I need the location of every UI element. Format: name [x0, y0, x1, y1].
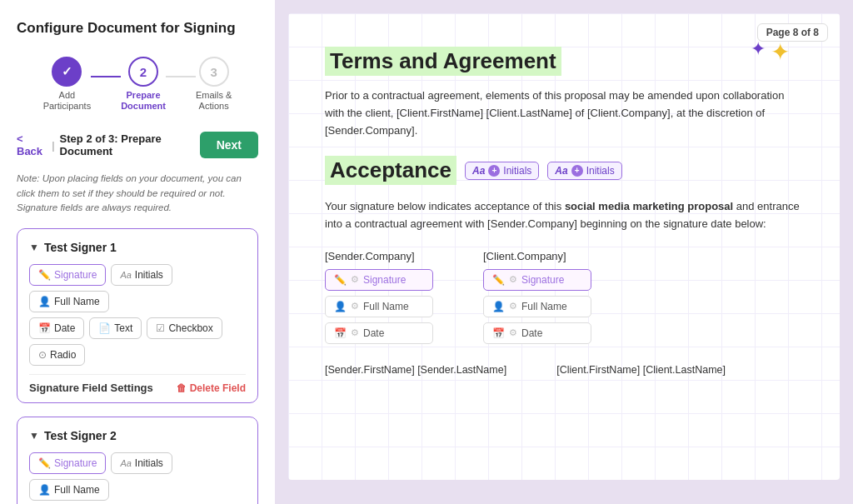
note-text: Note: Upon placing fields on your docume…: [17, 172, 258, 215]
signer-2-section: ▼ Test Signer 2 ✏️ Signature Aa Initials…: [17, 417, 258, 504]
signer-1-fields-row2: 📅 Date 📄 Text ☑ Checkbox: [29, 317, 246, 339]
step-label: Step 2 of 3: Prepare Document: [60, 132, 195, 157]
bottom-names: [Sender.FirstName] [Sender.LastName] [Cl…: [325, 364, 803, 376]
sidebar-title: Configure Document for Signing: [17, 20, 258, 37]
delete-field-button[interactable]: 🗑 Delete Field: [177, 382, 246, 394]
client-column: [Client.Company] ✏️ ⚙ Signature 👤 ⚙ Full…: [483, 250, 591, 344]
signer-1-chevron[interactable]: ▼: [29, 242, 39, 253]
step-line-1: [91, 76, 121, 77]
signer-1-cb-label: Checkbox: [168, 322, 212, 334]
step-1-label: AddParticipants: [43, 90, 91, 112]
initials-tag-1[interactable]: Aa + Initials: [465, 162, 539, 180]
gear-icon-sender-date: ⚙: [351, 327, 359, 338]
sender-column: [Sender.Company] ✏️ ⚙ Signature 👤 ⚙ Full…: [325, 250, 433, 344]
signer-2-signature-btn[interactable]: ✏️ Signature: [29, 452, 106, 474]
terms-title: Terms and Agreement: [325, 47, 561, 76]
nav-row: < Back | Step 2 of 3: Prepare Document N…: [17, 132, 258, 158]
trash-icon: 🗑: [177, 382, 187, 394]
step-2: 2 PrepareDocument: [121, 57, 166, 112]
acceptance-para-prefix: Your signature below indicates acceptanc…: [325, 200, 565, 212]
person-icon: 👤: [38, 296, 51, 307]
signer-2-header: ▼ Test Signer 2: [29, 429, 246, 442]
pencil-icon-client: ✏️: [492, 274, 505, 286]
client-date-field[interactable]: 📅 ⚙ Date: [483, 322, 591, 344]
person-icon-sender: 👤: [334, 301, 347, 312]
text-icon: 📄: [98, 322, 111, 334]
sender-name-label: [Sender.FirstName] [Sender.LastName]: [325, 364, 506, 376]
radio-icon: ⊙: [38, 349, 47, 361]
stepper: ✓ AddParticipants 2 PrepareDocument 3 Em…: [17, 57, 258, 112]
initials-tag-1-label: Initials: [503, 165, 531, 177]
gear-icon-client: ⚙: [509, 274, 517, 285]
signer-2-initials-btn[interactable]: Aa Initials: [111, 452, 172, 474]
content-area: Page 8 of 8 ✦ ✦ Terms and Agreement Prio…: [275, 0, 853, 504]
sender-signature-field[interactable]: ✏️ ⚙ Signature: [325, 269, 433, 291]
step-3-label: Emails &Actions: [196, 90, 232, 112]
document-page: Page 8 of 8 ✦ ✦ Terms and Agreement Prio…: [288, 13, 840, 480]
step-3-circle: 3: [199, 57, 229, 87]
two-col: [Sender.Company] ✏️ ⚙ Signature 👤 ⚙ Full…: [325, 250, 803, 344]
signer-1-initials-btn[interactable]: Aa Initials: [111, 264, 172, 286]
signer-1-radio-btn[interactable]: ⊙ Radio: [29, 344, 85, 366]
client-signature-field[interactable]: ✏️ ⚙ Signature: [483, 269, 591, 291]
field-settings-row: Signature Field Settings 🗑 Delete Field: [29, 374, 246, 394]
pencil-icon-sender: ✏️: [334, 274, 347, 286]
client-name-label: [Client.FirstName] [Client.LastName]: [556, 364, 726, 376]
signer-1-fn-label: Full Name: [54, 296, 100, 307]
initials-tag-2[interactable]: Aa + Initials: [547, 162, 621, 180]
initials-tag-2-label: Initials: [586, 165, 615, 177]
step-line-2: [166, 76, 196, 77]
sender-date-label: Date: [363, 327, 384, 339]
signer-2-chevron[interactable]: ▼: [29, 430, 39, 442]
calendar-icon-client: 📅: [492, 327, 505, 339]
checkbox-icon: ☑: [156, 322, 165, 334]
gear-icon-client-date: ⚙: [509, 327, 517, 338]
person-icon-client: 👤: [492, 301, 505, 312]
signer-1-signature-btn[interactable]: ✏️ Signature: [29, 264, 106, 286]
client-fullname-field[interactable]: 👤 ⚙ Full Name: [483, 296, 591, 317]
back-button[interactable]: < Back: [17, 132, 47, 157]
client-date-label: Date: [521, 327, 542, 339]
aa-tag-2: Aa: [555, 165, 567, 177]
signer-1-text-btn[interactable]: 📄 Text: [89, 317, 142, 339]
client-company-label: [Client.Company]: [483, 250, 591, 262]
signer-1-radio-label: Radio: [50, 349, 76, 361]
sender-fullname-field[interactable]: 👤 ⚙ Full Name: [325, 296, 433, 317]
terms-para: Prior to a contractual agreement, elemen…: [325, 87, 803, 139]
step-1: ✓ AddParticipants: [43, 57, 91, 112]
signer-2-fullname-btn[interactable]: 👤 Full Name: [29, 479, 109, 501]
plus-circle-1: +: [488, 165, 500, 177]
signer-1-fields-row3: ⊙ Radio: [29, 344, 246, 366]
acceptance-para-bold: social media marketing proposal: [565, 200, 733, 212]
calendar-icon-sender: 📅: [334, 327, 347, 339]
client-fn-label: Full Name: [521, 301, 567, 312]
next-button[interactable]: Next: [200, 132, 258, 158]
signer-1-fields: ✏️ Signature Aa Initials 👤 Full Name: [29, 264, 246, 312]
signer-1-date-label: Date: [54, 322, 75, 334]
sparkle-icon-1: ✦: [751, 38, 766, 66]
signer-1-sig-label: Signature: [54, 269, 97, 281]
gear-icon-sender: ⚙: [351, 274, 359, 285]
signer-2-fields: ✏️ Signature Aa Initials 👤 Full Name: [29, 452, 246, 501]
pencil-icon-2: ✏️: [38, 457, 51, 469]
person-icon-2: 👤: [38, 484, 51, 496]
sender-date-field[interactable]: 📅 ⚙ Date: [325, 322, 433, 344]
acceptance-para: Your signature below indicates acceptanc…: [325, 198, 803, 233]
signer-1-date-btn[interactable]: 📅 Date: [29, 317, 84, 339]
gear-icon-sender-fn: ⚙: [351, 301, 359, 312]
signer-1-fullname-btn[interactable]: 👤 Full Name: [29, 291, 109, 312]
acceptance-row: Acceptance Aa + Initials Aa + Initials: [325, 156, 803, 185]
signer-1-ini-label: Initials: [135, 269, 163, 281]
signer-1-checkbox-btn[interactable]: ☑ Checkbox: [147, 317, 222, 339]
sidebar: Configure Document for Signing ✓ AddPart…: [0, 0, 275, 504]
aa-icon-2: Aa: [120, 458, 131, 468]
step-2-label: PrepareDocument: [121, 90, 166, 112]
field-settings-label: Signature Field Settings: [29, 382, 153, 394]
signer-2-fn-label: Full Name: [54, 484, 100, 496]
signer-1-header: ▼ Test Signer 1: [29, 241, 246, 254]
signer-1-title: Test Signer 1: [44, 241, 117, 254]
step-3: 3 Emails &Actions: [196, 57, 232, 112]
aa-tag-1: Aa: [472, 165, 485, 177]
sparkle-group: ✦ ✦: [751, 38, 790, 66]
sender-sig-label: Signature: [363, 274, 406, 286]
